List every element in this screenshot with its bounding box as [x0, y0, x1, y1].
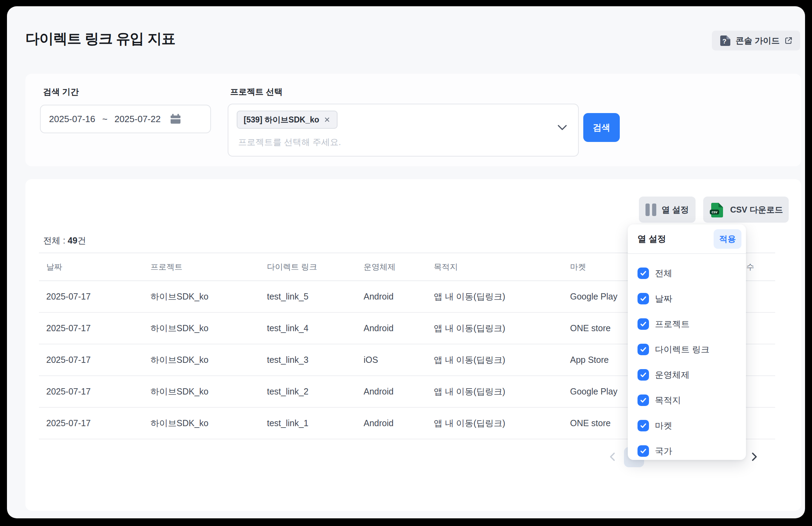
cell-date: 2025-07-17	[39, 407, 143, 439]
cell-direct-link: test_link_3	[260, 344, 356, 376]
cell-date: 2025-07-17	[39, 376, 143, 407]
selected-project-chip-label: [539] 하이브SDK_ko	[244, 114, 319, 125]
cell-os: iOS	[356, 344, 427, 376]
column-header-date: 날짜	[39, 253, 143, 281]
cell-direct-link: test_link_5	[260, 281, 356, 312]
csv-download-button-label: CSV 다운로드	[730, 204, 783, 215]
search-button[interactable]: 검색	[583, 113, 620, 142]
search-filter-panel: 검색 기간 2025-07-16 ~ 2025-07-22 프로젝트 선택 [5…	[25, 74, 801, 166]
column-option-market[interactable]: 마켓	[628, 413, 746, 438]
column-settings-button-label: 열 설정	[661, 204, 689, 215]
column-option-all[interactable]: 전체	[628, 261, 746, 286]
selected-project-chip[interactable]: [539] 하이브SDK_ko	[237, 111, 338, 129]
cell-project: 하이브SDK_ko	[143, 312, 260, 344]
cell-project: 하이브SDK_ko	[143, 281, 260, 312]
help-document-icon: ?	[719, 35, 731, 47]
column-option-project[interactable]: 프로젝트	[628, 311, 746, 337]
external-link-icon	[784, 36, 793, 45]
column-header-direct-link: 다이렉트 링크	[260, 253, 356, 281]
chip-remove-icon[interactable]	[324, 116, 331, 123]
svg-text:csv: csv	[712, 210, 718, 214]
app-window: 다이렉트 링크 유입 지표 ? 콘솔 가이드 검색 기간 2025-07-16 …	[7, 6, 805, 518]
checkbox-checked-icon[interactable]	[638, 293, 649, 304]
column-option-destination[interactable]: 목적지	[628, 388, 746, 413]
chevron-down-icon[interactable]	[558, 125, 567, 130]
project-select-label: 프로젝트 선택	[230, 86, 283, 97]
checkbox-checked-icon[interactable]	[638, 344, 649, 355]
cell-project: 하이브SDK_ko	[143, 376, 260, 407]
checkbox-checked-icon[interactable]	[638, 394, 649, 406]
apply-button[interactable]: 적용	[714, 229, 741, 249]
column-option-direct-link[interactable]: 다이렉트 링크	[628, 337, 746, 362]
period-start-value: 2025-07-16	[49, 114, 95, 125]
column-settings-button[interactable]: 열 설정	[639, 197, 696, 223]
cell-os: Android	[356, 312, 427, 344]
cell-direct-link: test_link_1	[260, 407, 356, 439]
svg-text:?: ?	[723, 38, 727, 45]
console-guide-label: 콘솔 가이드	[736, 35, 780, 46]
cell-date: 2025-07-17	[39, 312, 143, 344]
popover-column-list: 전체 날짜 프로젝트 다이렉트 링크 운영체제 목적지	[628, 254, 746, 464]
csv-file-icon: csv	[709, 202, 725, 218]
column-option-date[interactable]: 날짜	[628, 286, 746, 311]
popover-title: 열 설정	[638, 233, 666, 245]
cell-date: 2025-07-17	[39, 344, 143, 376]
cell-os: Android	[356, 281, 427, 312]
period-separator: ~	[102, 114, 107, 125]
cell-os: Android	[356, 376, 427, 407]
period-end-value: 2025-07-22	[114, 114, 161, 125]
calendar-icon	[170, 113, 181, 125]
cell-direct-link: test_link_4	[260, 312, 356, 344]
cell-date: 2025-07-17	[39, 281, 143, 312]
project-select-placeholder: 프로젝트를 선택해 주세요.	[238, 136, 341, 148]
column-option-country[interactable]: 국가	[628, 438, 746, 464]
checkbox-checked-icon[interactable]	[638, 420, 649, 431]
cell-project: 하이브SDK_ko	[143, 407, 260, 439]
total-count-value: 49	[68, 236, 78, 245]
cell-destination: 앱 내 이동(딥링크)	[427, 312, 563, 344]
checkbox-checked-icon[interactable]	[638, 268, 649, 279]
cell-project: 하이브SDK_ko	[143, 344, 260, 376]
cell-destination: 앱 내 이동(딥링크)	[427, 344, 563, 376]
project-multiselect[interactable]: [539] 하이브SDK_ko 프로젝트를 선택해 주세요.	[228, 104, 579, 157]
total-count: 전체 : 49건	[43, 235, 86, 246]
checkbox-checked-icon[interactable]	[638, 318, 649, 330]
columns-icon	[645, 204, 656, 216]
cell-destination: 앱 내 이동(딥링크)	[427, 376, 563, 407]
console-guide-button[interactable]: ? 콘솔 가이드	[712, 31, 800, 50]
column-header-project: 프로젝트	[143, 253, 260, 281]
checkbox-checked-icon[interactable]	[638, 445, 649, 457]
column-header-os: 운영체제	[356, 253, 427, 281]
period-label: 검색 기간	[43, 86, 79, 97]
page-title: 다이렉트 링크 유입 지표	[25, 29, 175, 48]
column-settings-popover: 열 설정 적용 전체 날짜 프로젝트 다이렉트 링크 운영체제	[628, 224, 746, 460]
cell-direct-link: test_link_2	[260, 376, 356, 407]
column-option-os[interactable]: 운영체제	[628, 362, 746, 388]
cell-destination: 앱 내 이동(딥링크)	[427, 281, 563, 312]
column-header-destination: 목적지	[427, 253, 563, 281]
pagination-prev-icon[interactable]	[608, 452, 618, 462]
csv-download-button[interactable]: csv CSV 다운로드	[703, 197, 789, 223]
date-range-input[interactable]: 2025-07-16 ~ 2025-07-22	[40, 105, 211, 133]
checkbox-checked-icon[interactable]	[638, 369, 649, 381]
pagination-next-icon[interactable]	[749, 452, 759, 462]
popover-header: 열 설정 적용	[628, 224, 746, 254]
cell-destination: 앱 내 이동(딥링크)	[427, 407, 563, 439]
cell-os: Android	[356, 407, 427, 439]
